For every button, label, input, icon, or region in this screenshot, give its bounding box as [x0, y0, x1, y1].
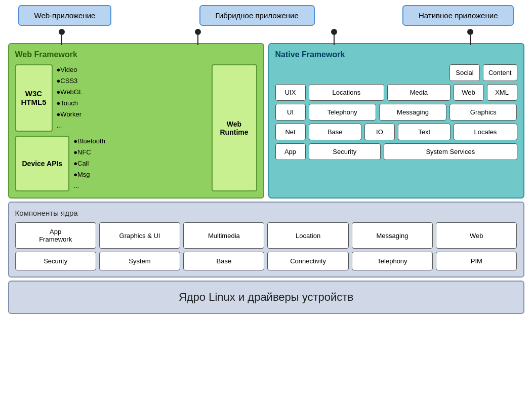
feature-dots1: ... — [57, 120, 83, 131]
kernel-section: Ядро Linux и драйверы устройств — [8, 281, 524, 314]
nf-io: IO — [364, 124, 395, 140]
core-base: Base — [183, 252, 264, 270]
nf-xml: XML — [487, 84, 517, 101]
wf-features-2: ●Bluetooth ●NFC ●Call ●Msg ... — [73, 136, 105, 191]
nf-text: Text — [398, 124, 451, 140]
nf-messaging: Messaging — [379, 104, 446, 121]
nf-row-3: Net Base IO Text Locales — [275, 124, 517, 140]
nf-row-1: UIX Locations Media Web XML — [275, 84, 517, 101]
native-framework-title: Native Framework — [275, 50, 517, 59]
feature-webgl: ●WebGL — [57, 87, 83, 98]
hybrid-app-box: Гибридное приложение — [199, 5, 315, 26]
core-web: Web — [436, 222, 517, 249]
core-security: Security — [15, 252, 96, 270]
feature-msg: ●Msg — [73, 169, 105, 180]
nf-ui: UI — [275, 104, 306, 121]
web-app-box: Web-приложение — [18, 5, 112, 26]
frameworks-row: Web Framework W3CHTML5 ●Video ●CSS3 ●Web… — [8, 43, 524, 199]
core-messaging: Messaging — [352, 222, 433, 249]
core-graphics-ui: Graphics & UI — [99, 222, 180, 249]
device-apis-box: Device APIs — [15, 136, 70, 191]
nf-locations: Locations — [309, 84, 385, 101]
nf-app: App — [275, 143, 306, 160]
core-row-2: Security System Base Connectivity Teleph… — [15, 252, 517, 270]
core-row-1: AppFramework Graphics & UI Multimedia Lo… — [15, 222, 517, 249]
nf-system-services: System Services — [384, 143, 517, 160]
nf-base: Base — [309, 124, 361, 140]
arrow-dot-1 — [59, 29, 65, 35]
arrows-row — [8, 29, 524, 40]
nf-net: Net — [275, 124, 306, 140]
nf-graphics: Graphics — [449, 104, 517, 121]
wf-inner: W3CHTML5 ●Video ●CSS3 ●WebGL ●Touch ●Wor… — [15, 64, 257, 191]
web-runtime-box: WebRuntime — [212, 64, 257, 191]
nf-grid: Social Content UIX Locations Media Web X… — [275, 64, 517, 160]
core-connectivity: Connectivity — [267, 252, 348, 270]
kernel-text: Ядро Linux и драйверы устройств — [179, 291, 353, 303]
native-framework: Native Framework Social Content UIX Loca… — [268, 43, 524, 199]
nf-uix: UIX — [275, 84, 306, 101]
feature-nfc: ●NFC — [73, 147, 105, 158]
feature-css3: ●CSS3 — [57, 75, 83, 87]
arrow-dot-4 — [467, 29, 473, 35]
nf-row-4: App Security System Services — [275, 143, 517, 160]
nf-locales: Locales — [454, 124, 517, 140]
core-location: Location — [267, 222, 348, 249]
feature-touch: ●Touch — [57, 98, 83, 109]
nf-row-2: UI Telephony Messaging Graphics — [275, 104, 517, 121]
feature-dots2: ... — [73, 180, 105, 191]
feature-video: ●Video — [57, 64, 83, 75]
nf-row-0: Social Content — [275, 64, 517, 81]
native-app-box: Нативное приложение — [402, 5, 514, 26]
nf-security: Security — [309, 143, 381, 160]
core-section: Компоненты ядра AppFramework Graphics & … — [8, 202, 524, 278]
nf-telephony: Telephony — [309, 104, 376, 121]
diagram-container: Web-приложение Гибридное приложение Нати… — [8, 5, 524, 314]
feature-bluetooth: ●Bluetooth — [73, 136, 105, 147]
core-telephony: Telephony — [352, 252, 433, 270]
core-system: System — [99, 252, 180, 270]
arrow-dot-3 — [331, 29, 337, 35]
nf-web: Web — [454, 84, 484, 101]
core-pim: PIM — [436, 252, 517, 270]
web-framework-title: Web Framework — [15, 50, 257, 59]
feature-worker: ●Worker — [57, 109, 83, 120]
core-grid: AppFramework Graphics & UI Multimedia Lo… — [15, 222, 517, 270]
nf-media: Media — [387, 84, 450, 101]
core-title: Компоненты ядра — [15, 209, 517, 217]
nf-social: Social — [449, 64, 480, 81]
arrow-dot-2 — [195, 29, 201, 35]
core-multimedia: Multimedia — [183, 222, 264, 249]
w3c-html5-box: W3CHTML5 — [15, 64, 53, 132]
web-framework: Web Framework W3CHTML5 ●Video ●CSS3 ●Web… — [8, 43, 264, 199]
wf-features-1: ●Video ●CSS3 ●WebGL ●Touch ●Worker ... — [57, 64, 83, 132]
core-app-framework: AppFramework — [15, 222, 96, 249]
feature-call: ●Call — [73, 158, 105, 169]
nf-content: Content — [483, 64, 517, 81]
top-apps-row: Web-приложение Гибридное приложение Нати… — [8, 5, 524, 26]
